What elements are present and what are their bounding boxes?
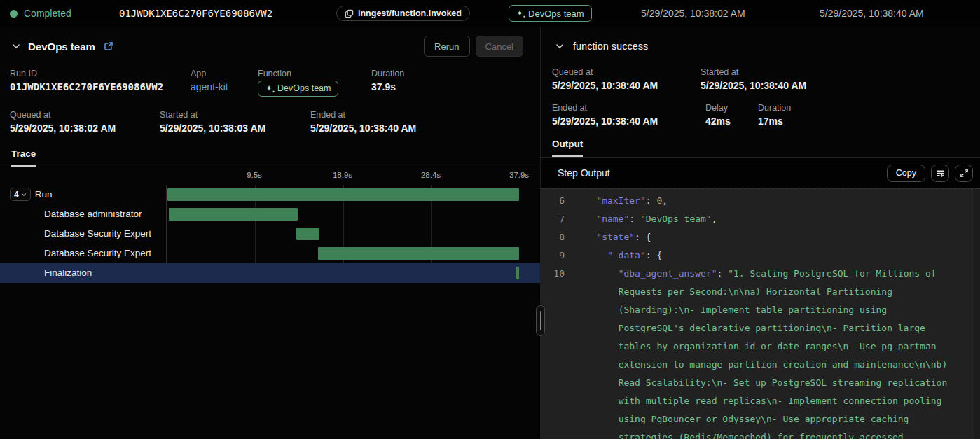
- ended-at-value: 5/29/2025, 10:38:40 AM: [310, 123, 416, 134]
- copy-button[interactable]: Copy: [887, 165, 925, 182]
- axis-tick: 18.9s: [333, 171, 352, 179]
- output-tabs: Output: [541, 137, 980, 158]
- trace-span-bar[interactable]: [516, 267, 519, 279]
- trace-rows: 4RunDatabase administratorDatabase Secur…: [0, 185, 540, 283]
- run-title: DevOps team: [28, 41, 95, 53]
- trace-step-name: Run: [35, 189, 53, 200]
- sparkle-icon: ✦: [516, 9, 523, 18]
- started-at-value: 5/29/2025, 10:38:03 AM: [160, 123, 310, 134]
- function-badge-label: DevOps team: [528, 8, 584, 19]
- function-label: Function: [258, 69, 371, 78]
- chevron-down-icon[interactable]: [11, 41, 21, 51]
- code-line-content: "state": {: [574, 228, 963, 246]
- line-number: 8: [541, 228, 565, 246]
- code-line-content: "dba_agent_answer": "1. Scaling PostgreS…: [574, 265, 963, 439]
- trace-row-label-area: Database Security Expert: [0, 228, 151, 239]
- tab-output[interactable]: Output: [552, 139, 583, 157]
- trace-row[interactable]: Database Security Expert: [0, 244, 540, 263]
- line-number: 6: [541, 192, 565, 210]
- trigger-event-badge[interactable]: inngest/function.invoked: [336, 6, 470, 21]
- trace-row[interactable]: Database administrator: [0, 204, 540, 224]
- line-number: 9: [541, 246, 565, 265]
- started-at-label: Started at: [701, 67, 806, 77]
- duration-label: Duration: [758, 103, 791, 113]
- duration-label: Duration: [371, 69, 404, 78]
- trace-timeline: 9.5s 18.9s 28.4s 37.9s 4RunDatabase admi…: [0, 167, 540, 283]
- delay-label: Delay: [705, 103, 758, 113]
- trace-step-name: Database Security Expert: [44, 228, 151, 239]
- run-queued-timestamp: 5/29/2025, 10:38:02 AM: [641, 0, 745, 27]
- step-output-header: Step Output Copy: [541, 158, 980, 188]
- child-count: 4: [14, 190, 19, 200]
- trace-row-label-area: Database administrator: [0, 209, 142, 219]
- trace-span-bar[interactable]: [167, 188, 519, 201]
- status-dot-icon: [10, 10, 18, 18]
- trace-step-name: Finalization: [44, 267, 92, 278]
- step-details-panel: function success Queued at 5/29/2025, 10…: [541, 27, 980, 439]
- code-scrollbar[interactable]: [974, 189, 980, 439]
- chevron-down-icon[interactable]: [555, 41, 565, 51]
- code-lines: 6"maxIter": 0,7"name": "DevOps team",8"s…: [541, 192, 980, 439]
- code-line: 6"maxIter": 0,: [541, 192, 980, 210]
- cancel-button[interactable]: Cancel: [476, 36, 523, 57]
- trace-row-label-area: Finalization: [0, 267, 92, 278]
- expand-button[interactable]: [955, 165, 973, 182]
- copy-icon: [345, 9, 354, 18]
- started-at-value: 5/29/2025, 10:38:40 AM: [701, 80, 806, 91]
- run-details-panel: DevOps team Rerun Cancel Run ID 01JWDK1X…: [0, 27, 541, 439]
- step-output-code[interactable]: 6"maxIter": 0,7"name": "DevOps team",8"s…: [541, 188, 980, 439]
- child-count-dropdown[interactable]: 4: [10, 188, 31, 201]
- queued-at-label: Queued at: [552, 67, 701, 77]
- function-badge[interactable]: ✦ DevOps team: [509, 5, 592, 22]
- code-line: 10"dba_agent_answer": "1. Scaling Postgr…: [541, 265, 980, 439]
- axis-tick: 9.5s: [247, 171, 262, 179]
- trace-span-bar[interactable]: [296, 228, 319, 240]
- run-status-label: Completed: [24, 8, 71, 19]
- function-badge[interactable]: ✦ DevOps team: [258, 81, 338, 97]
- run-id-label: Run ID: [10, 69, 191, 78]
- queued-at-value: 5/29/2025, 10:38:40 AM: [552, 80, 701, 91]
- trace-step-name: Database Security Expert: [44, 248, 151, 258]
- panel-resize-handle[interactable]: [536, 305, 545, 336]
- trace-row-label-area: Database Security Expert: [0, 248, 151, 258]
- duration-value: 37.9s: [371, 81, 404, 92]
- delay-value: 42ms: [705, 116, 758, 127]
- code-line-content: "maxIter": 0,: [574, 192, 963, 210]
- function-badge-label: DevOps team: [277, 83, 331, 93]
- app-link[interactable]: agent-kit: [191, 81, 258, 92]
- sparkle-icon: ✦: [265, 84, 272, 92]
- rerun-button[interactable]: Rerun: [424, 36, 469, 57]
- queued-at-value: 5/29/2025, 10:38:02 AM: [10, 123, 160, 134]
- expand-icon: [960, 169, 969, 178]
- run-status-bar: Completed 01JWDK1XE6C270F6YE69086VW2 inn…: [0, 0, 980, 27]
- ended-at-label: Ended at: [552, 103, 705, 113]
- trace-step-name: Database administrator: [44, 209, 142, 219]
- chevron-down-icon: [21, 192, 27, 197]
- trace-span-bar[interactable]: [169, 208, 298, 221]
- ended-at-value: 5/29/2025, 10:38:40 AM: [552, 116, 705, 127]
- trace-row[interactable]: Finalization: [0, 263, 540, 283]
- step-output-title: Step Output: [558, 167, 610, 179]
- tab-trace[interactable]: Trace: [11, 148, 36, 167]
- line-number: 7: [541, 210, 565, 228]
- run-ended-timestamp: 5/29/2025, 10:38:40 AM: [820, 0, 924, 27]
- queued-at-label: Queued at: [10, 110, 160, 120]
- word-wrap-button[interactable]: [931, 165, 949, 182]
- trace-tabs: Trace: [0, 147, 540, 167]
- ended-at-label: Ended at: [310, 110, 416, 120]
- run-id-value: 01JWDK1XE6C270F6YE69086VW2: [10, 81, 191, 92]
- code-line: 9"_data": {: [541, 246, 980, 265]
- trace-row[interactable]: 4Run: [0, 185, 540, 204]
- trace-row[interactable]: Database Security Expert: [0, 224, 540, 244]
- code-line-content: "name": "DevOps team",: [574, 210, 963, 228]
- step-title: function success: [573, 41, 648, 52]
- trace-axis: 9.5s 18.9s 28.4s 37.9s: [0, 167, 540, 185]
- axis-tick: 37.9s: [509, 171, 529, 179]
- code-line-content: "_data": {: [574, 246, 963, 265]
- code-line: 7"name": "DevOps team",: [541, 210, 980, 228]
- app-label: App: [191, 69, 258, 78]
- axis-tick: 28.4s: [421, 171, 441, 179]
- external-link-icon[interactable]: [104, 41, 113, 51]
- trigger-event-name: inngest/function.invoked: [358, 8, 462, 18]
- trace-span-bar[interactable]: [318, 247, 519, 260]
